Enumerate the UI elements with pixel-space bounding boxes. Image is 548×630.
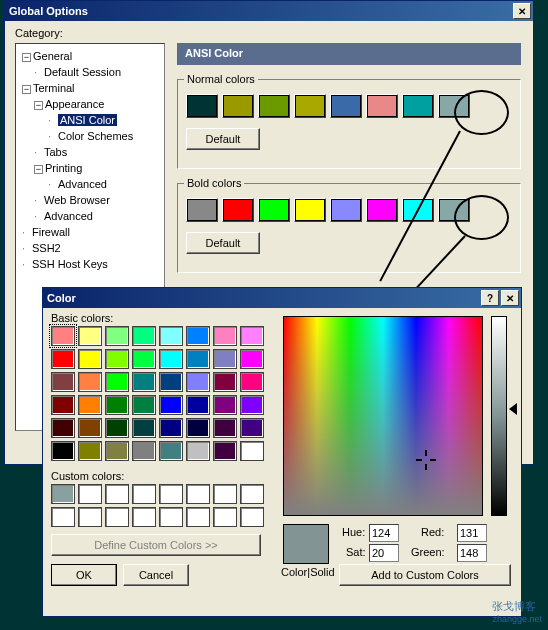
color-swatch[interactable] [186,441,210,461]
color-swatch[interactable] [159,484,183,504]
color-swatch[interactable] [132,372,156,392]
tree-toggle-icon[interactable]: − [22,53,31,62]
define-custom-button[interactable]: Define Custom Colors >> [51,534,261,556]
tree-label[interactable]: Firewall [32,226,70,238]
tree-label[interactable]: Color Schemes [58,130,133,142]
titlebar[interactable]: Global Options ✕ [5,1,533,21]
color-swatch[interactable] [213,441,237,461]
color-swatch[interactable] [186,395,210,415]
color-swatch[interactable] [213,484,237,504]
color-swatch[interactable] [159,349,183,369]
color-swatch[interactable] [213,326,237,346]
color-swatch[interactable] [78,484,102,504]
color-swatch[interactable] [132,484,156,504]
color-swatch[interactable] [240,326,264,346]
color-swatch[interactable] [240,418,264,438]
color-swatch[interactable] [186,349,210,369]
tree-item[interactable]: ·Color Schemes [18,128,162,144]
color-swatch[interactable] [132,441,156,461]
color-swatch[interactable] [186,326,210,346]
color-swatch[interactable] [105,441,129,461]
color-swatch[interactable] [402,94,434,118]
color-swatch[interactable] [240,395,264,415]
color-swatch[interactable] [330,198,362,222]
color-swatch[interactable] [258,198,290,222]
tree-item[interactable]: ·SSH2 [18,240,162,256]
color-swatch[interactable] [222,198,254,222]
color-swatch[interactable] [402,198,434,222]
color-swatch[interactable] [159,418,183,438]
color-swatch[interactable] [78,326,102,346]
color-swatch[interactable] [159,395,183,415]
color-swatch[interactable] [294,198,326,222]
tree-item[interactable]: −Printing [18,160,162,176]
color-swatch[interactable] [240,484,264,504]
ok-button[interactable]: OK [51,564,117,586]
hue-input[interactable] [369,524,399,542]
tree-label[interactable]: Web Browser [44,194,110,206]
tree-label[interactable]: SSH2 [32,242,61,254]
color-swatch[interactable] [105,418,129,438]
tree-label[interactable]: Tabs [44,146,67,158]
normal-default-button[interactable]: Default [186,128,260,150]
bold-default-button[interactable]: Default [186,232,260,254]
color-swatch[interactable] [105,507,129,527]
tree-label[interactable]: Advanced [58,178,107,190]
tree-label[interactable]: Terminal [33,82,75,94]
color-swatch[interactable] [366,198,398,222]
color-swatch[interactable] [105,349,129,369]
tree-item[interactable]: ·SSH Host Keys [18,256,162,272]
tree-label[interactable]: SSH Host Keys [32,258,108,270]
color-swatch[interactable] [294,94,326,118]
tree-item[interactable]: −General [18,48,162,64]
color-swatch[interactable] [222,94,254,118]
tree-label[interactable]: Printing [45,162,82,174]
color-swatch[interactable] [159,507,183,527]
tree-item[interactable]: −Terminal [18,80,162,96]
tree-item[interactable]: ·ANSI Color [18,112,162,128]
color-swatch[interactable] [78,418,102,438]
color-swatch[interactable] [186,507,210,527]
close-icon[interactable]: ✕ [513,3,531,19]
color-swatch[interactable] [105,372,129,392]
color-swatch[interactable] [132,507,156,527]
color-swatch[interactable] [240,372,264,392]
color-swatch[interactable] [132,418,156,438]
color-swatch[interactable] [132,395,156,415]
color-swatch[interactable] [213,507,237,527]
tree-label[interactable]: General [33,50,72,62]
tree-label[interactable]: Default Session [44,66,121,78]
add-custom-button[interactable]: Add to Custom Colors [339,564,511,586]
color-swatch[interactable] [78,349,102,369]
color-swatch[interactable] [438,198,470,222]
tree-item[interactable]: ·Advanced [18,208,162,224]
cancel-button[interactable]: Cancel [123,564,189,586]
color-swatch[interactable] [240,349,264,369]
tree-toggle-icon[interactable]: − [22,85,31,94]
color-swatch[interactable] [330,94,362,118]
color-swatch[interactable] [186,372,210,392]
color-swatch[interactable] [186,198,218,222]
color-gradient[interactable] [283,316,483,516]
tree-item[interactable]: ·Advanced [18,176,162,192]
color-swatch[interactable] [78,395,102,415]
color-swatch[interactable] [159,441,183,461]
color-swatch[interactable] [51,395,75,415]
color-swatch[interactable] [213,349,237,369]
color-swatch[interactable] [213,395,237,415]
tree-label[interactable]: Appearance [45,98,104,110]
luminance-arrow-icon[interactable] [509,403,517,415]
color-swatch[interactable] [132,349,156,369]
tree-item[interactable]: ·Tabs [18,144,162,160]
color-swatch[interactable] [78,507,102,527]
color-swatch[interactable] [438,94,470,118]
tree-item[interactable]: ·Default Session [18,64,162,80]
tree-item[interactable]: ·Firewall [18,224,162,240]
color-swatch[interactable] [240,441,264,461]
tree-label[interactable]: ANSI Color [58,114,117,126]
color-swatch[interactable] [105,326,129,346]
tree-label[interactable]: Advanced [44,210,93,222]
luminance-bar[interactable] [491,316,507,516]
color-swatch[interactable] [258,94,290,118]
color-swatch[interactable] [78,372,102,392]
